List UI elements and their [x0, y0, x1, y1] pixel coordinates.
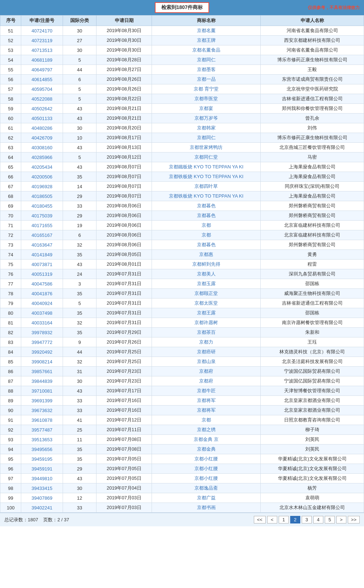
app-number-link[interactable]: 40285966 — [32, 155, 53, 160]
trademark-name-link[interactable]: 京都广益 — [197, 495, 216, 500]
trademark-name-link[interactable]: 京都暮色 — [197, 242, 216, 247]
app-number-link[interactable]: 39407869 — [32, 495, 53, 501]
trademark-name-link[interactable]: 京都同仁 — [197, 57, 216, 62]
app-number-link[interactable]: 40426709 — [32, 135, 53, 141]
trademark-name-link[interactable]: 京都暮色 — [197, 203, 216, 208]
app-number-link[interactable]: 40196928 — [32, 184, 53, 189]
trademark-name-link[interactable]: 京都同仁 — [197, 135, 216, 140]
trademark-name-link[interactable]: 京都墨客 — [197, 67, 216, 72]
page-last-btn[interactable]: >> — [348, 516, 360, 523]
app-number-link[interactable]: 39947772 — [32, 340, 53, 345]
trademark-name-link[interactable]: 京都小红腰 — [194, 466, 218, 471]
trademark-name-link[interactable]: 京都之绣 — [197, 427, 216, 432]
app-number-link[interactable]: 40713513 — [32, 48, 53, 53]
app-number-link[interactable]: 39513653 — [32, 437, 53, 442]
trademark-name-link[interactable]: 京都美人 — [197, 271, 216, 277]
app-number-link[interactable]: 40186505 — [32, 194, 53, 199]
trademark-name-link[interactable]: 京都宴 — [199, 106, 213, 111]
app-number-link[interactable]: 40047586 — [32, 281, 53, 287]
trademark-name-link[interactable]: 京都许愿树 — [194, 320, 218, 325]
trademark-name-link[interactable]: 京都牛匠 — [197, 388, 216, 393]
trademark-name-link[interactable]: 京都世家烤鸭坊 — [190, 145, 223, 150]
app-number-link[interactable]: 39433415 — [32, 486, 53, 491]
app-number-link[interactable]: 40614855 — [32, 77, 53, 82]
app-number-link[interactable]: 39978932 — [32, 330, 53, 335]
trademark-name-link[interactable]: 京都名薰食品 — [192, 47, 220, 53]
trademark-name-link[interactable]: 京都王牌 — [197, 37, 216, 43]
trademark-name-link[interactable]: 京都金典 — [197, 446, 216, 452]
page-next-btn[interactable]: > — [336, 516, 346, 523]
page-btn-2[interactable]: 2 — [290, 516, 300, 523]
trademark-name-link[interactable]: 京都府 — [199, 378, 213, 384]
trademark-name-link[interactable]: 京都 育宁堂 — [194, 86, 219, 92]
app-number-link[interactable]: 40501133 — [32, 116, 53, 121]
app-number-link[interactable]: 39844839 — [32, 379, 53, 384]
trademark-name-link[interactable]: 京都小红腰 — [194, 456, 218, 461]
trademark-name-link[interactable]: 京都铁板烧 KYO TO TEPPAN YA KI — [169, 193, 243, 199]
app-number-link[interactable]: 39691399 — [32, 398, 53, 403]
trademark-name-link[interactable]: 京都太医堂 — [194, 300, 218, 306]
trademark-name-link[interactable]: 京都力 — [199, 339, 213, 345]
app-number-link[interactable]: 40165167 — [32, 233, 53, 238]
trademark-name-link[interactable]: 京都书画 — [197, 505, 216, 510]
app-number-link[interactable]: 40141849 — [32, 252, 53, 257]
app-number-link[interactable]: 40723119 — [32, 38, 53, 43]
page-btn-4[interactable]: 4 — [313, 516, 323, 523]
trademark-name-link[interactable]: 京都 — [202, 222, 211, 228]
app-number-link[interactable]: 40175039 — [32, 213, 53, 218]
trademark-name-link[interactable]: 京都帝医堂 — [194, 96, 218, 101]
app-number-link[interactable]: 40205434 — [32, 164, 53, 170]
app-number-link[interactable]: 40073871 — [32, 262, 53, 267]
trademark-name-link[interactable]: 京都鐵板烧 KYO TO TEPPAN YA KI — [169, 164, 243, 169]
app-number-link[interactable]: 40200506 — [32, 174, 53, 180]
trademark-name-link[interactable]: 京都四叶草 — [194, 184, 218, 189]
trademark-name-link[interactable]: 京都癌研 — [197, 349, 216, 354]
trademark-name-link[interactable]: 京都鲜到先得 — [192, 261, 220, 267]
app-number-link[interactable]: 40522088 — [32, 96, 53, 102]
app-number-link[interactable]: 40649797 — [32, 67, 53, 72]
trademark-name-link[interactable]: 京都府 — [199, 368, 213, 374]
trademark-name-link[interactable]: 京都 — [202, 232, 211, 238]
page-btn-5[interactable]: 5 — [325, 516, 335, 523]
app-number-link[interactable]: 40502642 — [32, 106, 53, 111]
app-number-link[interactable]: 40681189 — [32, 57, 53, 63]
app-number-link[interactable]: 40480286 — [32, 125, 53, 131]
app-number-link[interactable]: 40051319 — [32, 271, 53, 277]
app-number-link[interactable]: 39577487 — [32, 427, 53, 433]
app-number-link[interactable]: 40171655 — [32, 223, 53, 228]
trademark-name-link[interactable]: 京都王露 — [197, 310, 216, 315]
app-number-link[interactable]: 39920492 — [32, 349, 53, 355]
page-btn-1[interactable]: 1 — [279, 516, 289, 523]
app-number-link[interactable]: 40040924 — [32, 301, 53, 306]
app-number-link[interactable]: 40037498 — [32, 310, 53, 316]
app-number-link[interactable]: 39459191 — [32, 466, 53, 472]
page-btn-3[interactable]: 3 — [302, 516, 312, 523]
trademark-name-link[interactable]: 京都金典 京 — [194, 437, 219, 442]
app-number-link[interactable]: 39402241 — [32, 505, 53, 510]
trademark-name-link[interactable]: 京都铁板烧 KYO TO TEPPAN YA KI — [169, 174, 243, 179]
trademark-name-link[interactable]: 京都韩家 — [197, 125, 216, 131]
app-number-link[interactable]: 39610878 — [32, 417, 53, 423]
trademark-name-link[interactable]: 京都将军 — [197, 398, 216, 403]
app-number-link[interactable]: 40163647 — [32, 242, 53, 248]
trademark-name-link[interactable]: 京都小红腰 — [194, 476, 218, 481]
trademark-name-link[interactable]: 京都名薰 — [197, 28, 216, 33]
app-number-link[interactable]: 39673632 — [32, 408, 53, 413]
trademark-name-link[interactable]: 京都暮色 — [197, 213, 216, 218]
app-number-link[interactable]: 40308160 — [32, 145, 53, 150]
app-number-link[interactable]: 39857661 — [32, 369, 53, 374]
trademark-name-link[interactable]: 京都同仁堂 — [194, 154, 218, 160]
app-number-link[interactable]: 39495656 — [32, 447, 53, 452]
trademark-name-link[interactable]: 京都颐正堂 — [194, 291, 218, 296]
trademark-name-link[interactable]: 京都一品 — [197, 76, 216, 82]
app-number-link[interactable]: 40180455 — [32, 203, 53, 209]
app-number-link[interactable]: 40033164 — [32, 320, 53, 326]
trademark-name-link[interactable]: 京都山泉 — [197, 359, 216, 364]
trademark-name-link[interactable]: 京都茶百 — [197, 330, 216, 335]
app-number-link[interactable]: 39908214 — [32, 359, 53, 364]
app-number-link[interactable]: 40595704 — [32, 87, 53, 92]
trademark-name-link[interactable]: 京都将军 — [197, 407, 216, 413]
trademark-name-link[interactable]: 京都玉露 — [197, 281, 216, 286]
page-prev-btn[interactable]: < — [267, 516, 277, 523]
app-number-link[interactable]: 39459195 — [32, 456, 53, 462]
